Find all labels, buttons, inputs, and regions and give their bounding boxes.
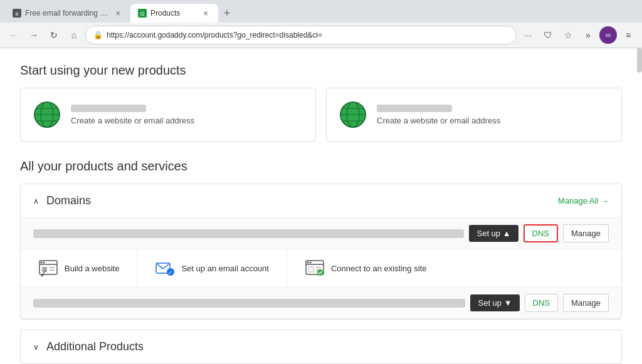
additional-products-header: ∨ Additional Products [21, 330, 621, 363]
shield-button[interactable]: 🛡 [539, 26, 557, 44]
domain1-name-blurred [33, 229, 464, 238]
quick-actions-row: Build a website ✓ Set up an email accoun… [21, 249, 621, 288]
page-content: Start using your new products Create a w… [0, 48, 642, 364]
svg-text:✓: ✓ [168, 269, 173, 276]
tab1-favicon: e [13, 9, 21, 18]
additional-collapse-icon[interactable]: ∨ [33, 343, 39, 351]
extend-button[interactable]: » [579, 26, 597, 44]
manage-all-link[interactable]: Manage All → [558, 196, 609, 205]
tab2-favicon: G [138, 9, 147, 18]
action-connect-site-label: Connect to an existing site [331, 264, 426, 273]
domains-collapse-icon[interactable]: ∧ [33, 197, 39, 205]
all-products-title: All your products and services [20, 159, 622, 174]
action-build-website[interactable]: Build a website [21, 249, 137, 287]
action-setup-email-label: Set up an email account [181, 264, 268, 273]
svg-point-22 [43, 262, 45, 264]
card2-text: Create a website or email address [377, 105, 500, 125]
tab1-title: Free email forwarding with Na... [25, 9, 113, 18]
domain1-manage-button[interactable]: Manage [563, 224, 609, 242]
card1-blurred-name [71, 105, 146, 112]
domain2-setup-button[interactable]: Set up ▼ [470, 294, 519, 311]
browser-chrome: e Free email forwarding with Na... ✕ G P… [0, 0, 642, 48]
lock-icon: 🔒 [93, 31, 103, 39]
tab2-title: Products [150, 9, 201, 18]
tab-products[interactable]: G Products ✕ [130, 4, 218, 23]
globe-icon-1 [33, 101, 61, 128]
tab-email-forwarding[interactable]: e Free email forwarding with Na... ✕ [5, 4, 130, 23]
additional-products-title: Additional Products [46, 340, 609, 353]
build-website-icon [38, 258, 58, 278]
quick-actions: Build a website ✓ Set up an email accoun… [21, 249, 621, 287]
home-button[interactable]: ⌂ [65, 26, 83, 44]
product-card-2[interactable]: Create a website or email address [326, 88, 622, 142]
profile-icon: ∞ [606, 31, 611, 39]
svg-text:e: e [15, 11, 18, 17]
domain2-dns-button[interactable]: DNS [525, 294, 558, 312]
tab-bar: e Free email forwarding with Na... ✕ G P… [0, 0, 642, 23]
tab1-close-button[interactable]: ✕ [113, 8, 123, 18]
nav-bar: ← → ↻ ⌂ 🔒 https://account.godaddy.com/pr… [0, 23, 642, 48]
domain1-actions: Set up ▲ DNS Manage [469, 224, 609, 242]
action-build-website-label: Build a website [65, 264, 119, 273]
start-section-title: Start using your new products [20, 63, 622, 78]
domains-section: ∧ Domains Manage All → Set up ▲ DNS Mana… [20, 184, 622, 320]
nav-extra-buttons: ··· 🛡 ☆ » ∞ ≡ [519, 26, 637, 44]
svg-rect-31 [308, 267, 313, 272]
svg-rect-18 [42, 267, 47, 272]
back-button[interactable]: ← [5, 26, 23, 44]
menu-button[interactable]: ≡ [619, 26, 637, 44]
url-text: https://account.godaddy.com/products?go_… [107, 31, 508, 39]
connect-site-icon [305, 258, 325, 278]
new-tab-button[interactable]: + [218, 4, 236, 22]
setup-email-icon: ✓ [155, 258, 175, 278]
profile-button[interactable]: ∞ [599, 26, 617, 44]
domain2-name-blurred [33, 299, 465, 308]
browser-window: e Free email forwarding with Na... ✕ G P… [0, 0, 642, 364]
action-connect-site[interactable]: Connect to an existing site [287, 249, 444, 287]
card1-label: Create a website or email address [71, 116, 194, 125]
domain1-dns-button[interactable]: DNS [524, 224, 558, 242]
globe-icon-2 [339, 101, 367, 128]
domain1-setup-button[interactable]: Set up ▲ [469, 225, 518, 242]
scrollbar-thumb[interactable] [637, 48, 642, 73]
svg-point-29 [307, 262, 308, 264]
more-button[interactable]: ··· [519, 26, 537, 44]
domain2-manage-button[interactable]: Manage [563, 294, 609, 312]
address-bar[interactable]: 🔒 https://account.godaddy.com/products?g… [85, 26, 517, 44]
domains-header: ∧ Domains Manage All → [21, 184, 621, 218]
tab2-close-button[interactable]: ✕ [201, 8, 211, 18]
domain2-actions: Set up ▼ DNS Manage [470, 294, 609, 312]
card1-text: Create a website or email address [71, 105, 194, 125]
action-setup-email[interactable]: ✓ Set up an email account [137, 249, 287, 287]
domain-row-2: Set up ▼ DNS Manage [21, 288, 621, 319]
domain-row-1: Set up ▲ DNS Manage [21, 218, 621, 249]
product-cards-container: Create a website or email address Create… [20, 88, 622, 142]
card2-blurred-name [377, 105, 452, 112]
card2-label: Create a website or email address [377, 116, 500, 125]
domains-title: Domains [46, 194, 558, 207]
product-card-1[interactable]: Create a website or email address [20, 88, 316, 142]
additional-products-section: ∨ Additional Products [20, 330, 622, 364]
svg-text:G: G [140, 11, 144, 17]
forward-button[interactable]: → [25, 26, 43, 44]
svg-point-21 [41, 262, 43, 264]
refresh-button[interactable]: ↻ [45, 26, 63, 44]
bookmark-button[interactable]: ☆ [559, 26, 577, 44]
svg-point-30 [309, 262, 311, 264]
